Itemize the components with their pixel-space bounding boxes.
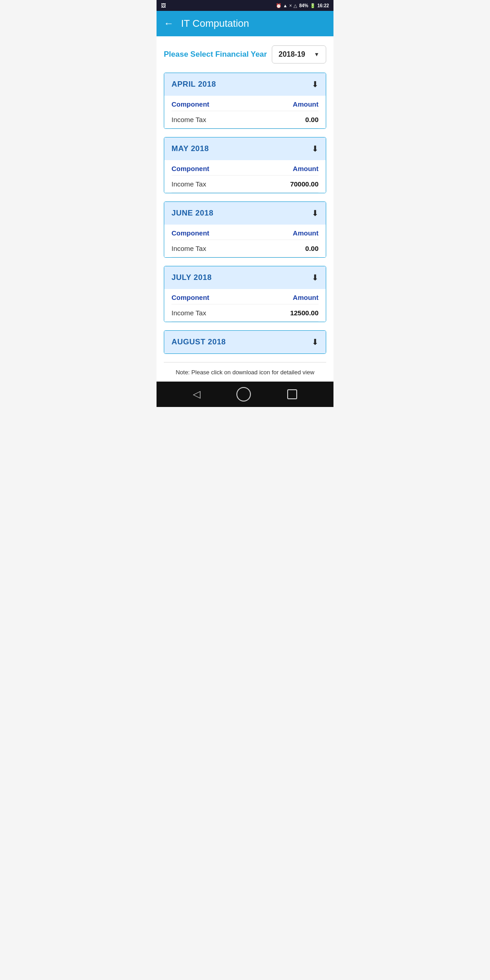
col-component-june2018: Component bbox=[172, 229, 209, 237]
back-button[interactable]: ← bbox=[164, 19, 174, 29]
main-content: Please Select Financial Year 2018-19 ▼ A… bbox=[157, 36, 333, 382]
network-icon: △ bbox=[294, 3, 297, 8]
months-container: APRIL 2018⬇ComponentAmountIncome Tax0.00… bbox=[164, 73, 326, 354]
table-header-june2018: ComponentAmount bbox=[172, 225, 318, 240]
back-nav-button[interactable]: ◁ bbox=[193, 388, 201, 400]
month-section-may2018: MAY 2018⬇ComponentAmountIncome Tax70000.… bbox=[164, 137, 326, 193]
fy-dropdown[interactable]: 2018-19 ▼ bbox=[272, 45, 326, 64]
month-body-april2018: ComponentAmountIncome Tax0.00 bbox=[164, 96, 326, 128]
battery-percent: 84% bbox=[299, 3, 308, 8]
photo-icon: 🖼 bbox=[161, 3, 166, 8]
note-bar: Note: Please click on download icon for … bbox=[164, 362, 326, 382]
row-value-july2018-0: 12500.00 bbox=[290, 309, 318, 317]
alarm-icon: ⏰ bbox=[276, 3, 281, 8]
recents-nav-button[interactable] bbox=[287, 389, 297, 399]
row-value-may2018-0: 70000.00 bbox=[290, 180, 318, 188]
month-name-june2018: JUNE 2018 bbox=[172, 209, 213, 218]
status-bar: 🖼 ⏰ ▲ × △ 84% 🔋 16:22 bbox=[157, 0, 333, 11]
col-component-july2018: Component bbox=[172, 294, 209, 301]
month-section-july2018: JULY 2018⬇ComponentAmountIncome Tax12500… bbox=[164, 266, 326, 322]
clock: 16:22 bbox=[317, 3, 329, 8]
table-row-june2018-0: Income Tax0.00 bbox=[172, 240, 318, 257]
signal-icon: × bbox=[289, 3, 292, 8]
table-header-july2018: ComponentAmount bbox=[172, 289, 318, 304]
app-bar: ← IT Computation bbox=[157, 11, 333, 36]
month-header-may2018[interactable]: MAY 2018⬇ bbox=[164, 137, 326, 160]
row-label-july2018-0: Income Tax bbox=[172, 309, 206, 317]
month-body-june2018: ComponentAmountIncome Tax0.00 bbox=[164, 225, 326, 257]
month-section-april2018: APRIL 2018⬇ComponentAmountIncome Tax0.00 bbox=[164, 73, 326, 129]
month-name-august2018: AUGUST 2018 bbox=[172, 338, 226, 347]
download-icon-june2018[interactable]: ⬇ bbox=[312, 208, 318, 218]
month-header-august2018[interactable]: AUGUST 2018⬇ bbox=[164, 331, 326, 353]
month-section-june2018: JUNE 2018⬇ComponentAmountIncome Tax0.00 bbox=[164, 201, 326, 258]
row-label-april2018-0: Income Tax bbox=[172, 116, 206, 123]
row-value-june2018-0: 0.00 bbox=[305, 245, 318, 252]
row-label-may2018-0: Income Tax bbox=[172, 180, 206, 188]
month-header-july2018[interactable]: JULY 2018⬇ bbox=[164, 266, 326, 289]
financial-year-selector-row: Please Select Financial Year 2018-19 ▼ bbox=[164, 45, 326, 64]
month-name-april2018: APRIL 2018 bbox=[172, 80, 216, 89]
col-amount-may2018: Amount bbox=[293, 165, 318, 172]
wifi-icon: ▲ bbox=[283, 3, 288, 8]
month-header-april2018[interactable]: APRIL 2018⬇ bbox=[164, 73, 326, 96]
download-icon-may2018[interactable]: ⬇ bbox=[312, 144, 318, 154]
month-name-may2018: MAY 2018 bbox=[172, 144, 209, 153]
month-header-june2018[interactable]: JUNE 2018⬇ bbox=[164, 202, 326, 225]
fy-selected-value: 2018-19 bbox=[279, 50, 305, 59]
fy-label: Please Select Financial Year bbox=[164, 50, 267, 59]
table-header-may2018: ComponentAmount bbox=[172, 160, 318, 176]
download-icon-april2018[interactable]: ⬇ bbox=[312, 79, 318, 89]
month-body-july2018: ComponentAmountIncome Tax12500.00 bbox=[164, 289, 326, 322]
bottom-nav: ◁ bbox=[157, 382, 333, 407]
month-body-may2018: ComponentAmountIncome Tax70000.00 bbox=[164, 160, 326, 193]
row-label-june2018-0: Income Tax bbox=[172, 245, 206, 252]
download-icon-july2018[interactable]: ⬇ bbox=[312, 273, 318, 283]
month-name-july2018: JULY 2018 bbox=[172, 273, 212, 282]
row-value-april2018-0: 0.00 bbox=[305, 116, 318, 123]
table-row-july2018-0: Income Tax12500.00 bbox=[172, 304, 318, 322]
col-component-may2018: Component bbox=[172, 165, 209, 172]
battery-icon: 🔋 bbox=[310, 3, 315, 8]
main-scroll-area: Please Select Financial Year 2018-19 ▼ A… bbox=[157, 36, 333, 382]
table-row-april2018-0: Income Tax0.00 bbox=[172, 111, 318, 128]
page-title: IT Computation bbox=[181, 18, 249, 29]
col-amount-april2018: Amount bbox=[293, 100, 318, 108]
download-icon-august2018[interactable]: ⬇ bbox=[312, 337, 318, 347]
chevron-down-icon: ▼ bbox=[314, 51, 319, 58]
table-header-april2018: ComponentAmount bbox=[172, 96, 318, 111]
col-amount-june2018: Amount bbox=[293, 229, 318, 237]
table-row-may2018-0: Income Tax70000.00 bbox=[172, 176, 318, 193]
home-nav-button[interactable] bbox=[236, 387, 251, 402]
month-section-august2018: AUGUST 2018⬇ bbox=[164, 330, 326, 354]
col-amount-july2018: Amount bbox=[293, 294, 318, 301]
col-component-april2018: Component bbox=[172, 100, 209, 108]
note-text: Note: Please click on download icon for … bbox=[176, 369, 314, 376]
